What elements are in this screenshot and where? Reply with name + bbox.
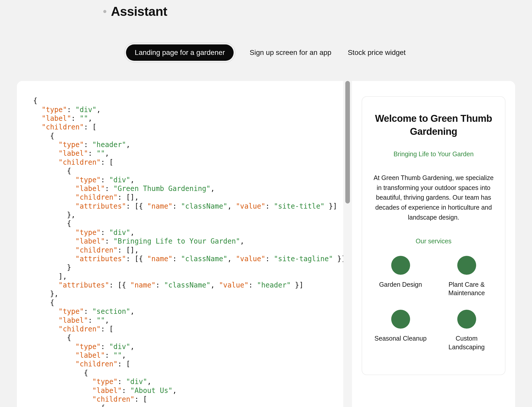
services-grid: Garden Design Plant Care & Maintenance S…	[371, 256, 496, 352]
preview-about-text: At Green Thumb Gardening, we specialize …	[371, 173, 496, 222]
tab-signup[interactable]: Sign up screen for an app	[248, 41, 334, 64]
preview-card: Welcome to Green Thumb Gardening Bringin…	[362, 96, 505, 375]
preview-title: Welcome to Green Thumb Gardening	[371, 112, 496, 138]
tab-gardener[interactable]: Landing page for a gardener	[126, 44, 233, 61]
service-label: Plant Care & Maintenance	[437, 280, 496, 298]
code-scrollbar-thumb[interactable]	[345, 81, 350, 203]
service-item: Garden Design	[371, 256, 430, 298]
service-item: Custom Landscaping	[437, 310, 496, 352]
service-label: Garden Design	[379, 280, 422, 289]
json-code-block[interactable]: { "type": "div", "label": "", "children"…	[33, 96, 327, 407]
service-item: Plant Care & Maintenance	[437, 256, 496, 298]
preview-services-heading: Our services	[371, 237, 496, 246]
service-item: Seasonal Cleanup	[371, 310, 430, 352]
panels: { "type": "div", "label": "", "children"…	[17, 81, 515, 407]
service-dot-icon	[457, 256, 476, 275]
example-tabs: Landing page for a gardener Sign up scre…	[0, 41, 532, 64]
bullet-icon	[103, 10, 106, 13]
service-dot-icon	[391, 256, 410, 275]
preview-tagline: Bringing Life to Your Garden	[371, 150, 496, 159]
tab-gardener-outer: Landing page for a gardener	[124, 43, 235, 63]
service-dot-icon	[391, 310, 410, 329]
service-label: Custom Landscaping	[437, 334, 496, 352]
tab-stock-widget[interactable]: Stock price widget	[346, 41, 408, 64]
role-label: Assistant	[111, 3, 167, 20]
preview-panel: Welcome to Green Thumb Gardening Bringin…	[352, 81, 515, 407]
code-panel: { "type": "div", "label": "", "children"…	[17, 81, 343, 407]
service-dot-icon	[457, 310, 476, 329]
page-root: Assistant Landing page for a gardener Si…	[0, 0, 532, 407]
service-label: Seasonal Cleanup	[374, 334, 426, 343]
code-scrollbar-track[interactable]	[343, 81, 352, 407]
role-header: Assistant	[0, 0, 532, 20]
